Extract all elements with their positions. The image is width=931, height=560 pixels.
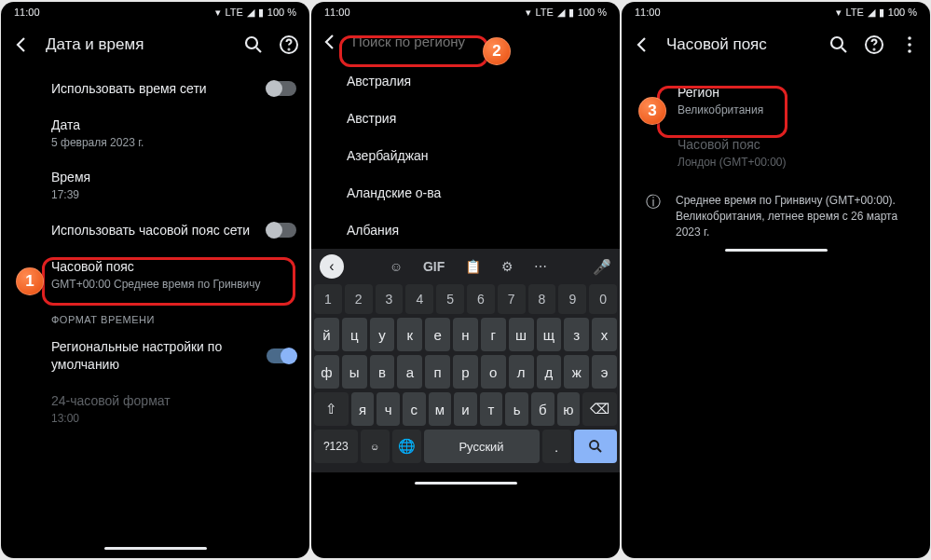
key[interactable]: ю (557, 392, 581, 426)
key[interactable]: о (481, 355, 506, 389)
date-row[interactable]: Дата 5 февраля 2023 г. (51, 107, 296, 159)
clipboard-icon[interactable]: 📋 (465, 259, 481, 274)
hour24-label: 24-часовой формат (51, 392, 296, 410)
key[interactable]: д (537, 355, 562, 389)
overflow-icon[interactable] (898, 34, 921, 56)
back-icon[interactable] (631, 34, 653, 56)
key[interactable]: ц (342, 318, 367, 351)
key[interactable]: ы (342, 355, 367, 389)
screenshot-region-search: 11:00 ▾ LTE ◢ ▮ 100 % Австралия Австрия … (311, 2, 620, 558)
help-icon[interactable] (863, 34, 885, 56)
key[interactable]: х (592, 318, 617, 351)
key[interactable]: я (351, 392, 375, 426)
key[interactable]: ч (377, 392, 400, 426)
region-search-input[interactable] (349, 28, 612, 55)
key[interactable]: 4 (405, 284, 433, 314)
timezone-row[interactable]: Часовой пояс GMT+00:00 Среднее время по … (51, 249, 296, 301)
locale-defaults-row[interactable]: Региональные настройки по умолчанию (51, 329, 296, 383)
nav-pill[interactable] (104, 547, 207, 550)
back-icon[interactable] (10, 34, 33, 56)
key[interactable]: 8 (528, 284, 556, 314)
key[interactable]: б (531, 392, 554, 426)
key[interactable]: с (403, 392, 426, 426)
nav-pill[interactable] (415, 482, 517, 485)
svg-point-0 (246, 37, 257, 48)
space-key[interactable]: Русский (424, 430, 540, 463)
key[interactable]: щ (537, 318, 562, 351)
time-format-header: ФОРМАТ ВРЕМЕНИ (51, 301, 296, 329)
step-badge-2: 2 (483, 37, 511, 65)
shift-key[interactable]: ⇧ (314, 392, 349, 426)
use-network-time-toggle[interactable] (267, 81, 296, 96)
language-key[interactable]: 🌐 (392, 430, 421, 463)
key[interactable]: ф (314, 355, 339, 389)
key[interactable]: п (425, 355, 450, 389)
key[interactable]: 2 (345, 284, 373, 314)
search-icon[interactable] (242, 34, 265, 56)
help-icon[interactable] (278, 34, 300, 56)
hour24-row: 24-часовой формат 13:00 (51, 383, 296, 435)
settings-icon[interactable]: ⚙ (501, 259, 513, 274)
key[interactable]: 9 (558, 284, 586, 314)
key[interactable]: 5 (436, 284, 464, 314)
info-icon: ⓘ (644, 193, 663, 239)
kbd-collapse-icon[interactable]: ‹ (320, 254, 344, 279)
nav-pill[interactable] (725, 249, 828, 252)
key[interactable]: у (370, 318, 395, 351)
region-item[interactable]: Австралия (347, 62, 620, 100)
use-network-tz-toggle[interactable] (267, 223, 296, 238)
key[interactable]: 1 (314, 284, 342, 314)
key[interactable]: й (314, 318, 339, 351)
key[interactable]: 3 (376, 284, 404, 314)
locale-defaults-toggle[interactable] (267, 348, 296, 363)
wifi-icon: ▾ (215, 7, 221, 19)
key[interactable]: н (453, 318, 478, 351)
emoji-key[interactable]: ☺ (361, 430, 390, 463)
key[interactable]: к (397, 318, 422, 351)
key[interactable]: з (564, 318, 589, 351)
mic-icon[interactable]: 🎤 (593, 258, 611, 276)
region-item[interactable]: Азербайджан (347, 137, 620, 174)
key[interactable]: а (397, 355, 422, 389)
key[interactable]: е (425, 318, 450, 351)
key[interactable]: г (481, 318, 506, 351)
key[interactable]: э (592, 355, 617, 389)
use-network-tz-row[interactable]: Использовать часовой пояс сети (51, 212, 296, 249)
use-network-tz-label: Использовать часовой пояс сети (51, 222, 267, 239)
page-title: Дата и время (46, 35, 229, 54)
search-icon[interactable] (828, 34, 850, 56)
wifi-icon: ▾ (526, 7, 531, 19)
period-key[interactable]: . (542, 430, 571, 463)
region-item[interactable]: Албания (347, 212, 620, 249)
signal-icon: ◢ (557, 7, 565, 19)
use-network-time-row[interactable]: Использовать время сети (51, 71, 296, 107)
sticker-icon[interactable]: ☺ (390, 259, 403, 274)
back-icon[interactable] (319, 31, 341, 53)
key[interactable]: т (480, 392, 503, 426)
region-item[interactable]: Аландские о-ва (347, 174, 620, 212)
time-value: 17:39 (51, 188, 296, 203)
symbols-key[interactable]: ?123 (314, 430, 358, 463)
app-bar: Дата и время (1, 22, 309, 67)
key[interactable]: м (429, 392, 452, 426)
key[interactable]: 0 (589, 284, 617, 314)
key[interactable]: 7 (498, 284, 526, 314)
key[interactable]: ж (564, 355, 589, 389)
key[interactable]: ш (509, 318, 534, 351)
more-icon[interactable]: ⋯ (534, 259, 547, 274)
key[interactable]: 6 (467, 284, 495, 314)
region-row[interactable]: Регион Великобритания (637, 75, 915, 127)
key[interactable]: ь (505, 392, 528, 426)
status-bar: 11:00 ▾ LTE ◢ ▮ 100 % (622, 2, 930, 22)
backspace-key[interactable]: ⌫ (582, 392, 617, 426)
app-bar: Часовой пояс (622, 22, 930, 67)
key[interactable]: р (453, 355, 478, 389)
keyboard[interactable]: ‹ ☺ GIF 📋 ⚙ ⋯ 🎤 1234567890 йцукенгшщзх ф… (311, 249, 620, 472)
key[interactable]: в (370, 355, 395, 389)
key[interactable]: и (454, 392, 477, 426)
search-key[interactable] (574, 430, 618, 463)
time-row[interactable]: Время 17:39 (51, 159, 296, 212)
gif-button[interactable]: GIF (423, 259, 445, 274)
key[interactable]: л (509, 355, 534, 389)
region-item[interactable]: Австрия (347, 100, 620, 137)
